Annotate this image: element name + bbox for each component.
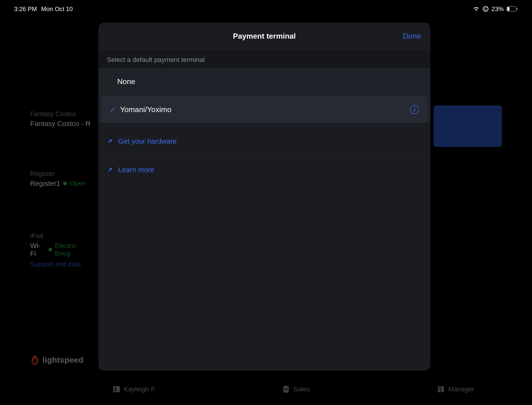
link-label: Get your hardware xyxy=(118,137,177,145)
section-header: Select a default payment terminal xyxy=(98,50,430,68)
terminal-option-yomani[interactable]: ✓ Yomani/Yoximo i xyxy=(101,96,427,123)
rotation-lock-icon xyxy=(483,6,489,12)
status-date: Mon Oct 10 xyxy=(41,5,73,13)
svg-point-0 xyxy=(483,6,488,12)
wifi-icon xyxy=(473,6,480,12)
external-arrow-icon xyxy=(107,167,113,173)
info-icon[interactable]: i xyxy=(410,105,419,114)
svg-rect-3 xyxy=(507,7,509,11)
check-icon: ✓ xyxy=(110,106,120,114)
modal-title: Payment terminal xyxy=(233,32,296,40)
payment-terminal-modal: Payment terminal Done Select a default p… xyxy=(98,23,430,371)
status-time: 3:26 PM xyxy=(14,5,37,13)
get-hardware-link[interactable]: Get your hardware xyxy=(98,127,430,155)
modal-header: Payment terminal Done xyxy=(98,23,430,50)
svg-rect-2 xyxy=(517,8,518,10)
battery-icon xyxy=(506,6,518,12)
battery-percent: 23% xyxy=(492,5,504,13)
status-bar: 3:26 PM Mon Oct 10 23% xyxy=(2,2,530,16)
option-label: Yomani/Yoximo xyxy=(120,105,410,114)
learn-more-link[interactable]: Learn more xyxy=(98,156,430,184)
done-button[interactable]: Done xyxy=(403,23,421,50)
terminal-option-list: None ✓ Yomani/Yoximo i xyxy=(98,68,430,123)
external-arrow-icon xyxy=(107,138,113,144)
terminal-option-none[interactable]: None xyxy=(98,68,430,95)
link-label: Learn more xyxy=(118,166,154,174)
link-section: Get your hardware Learn more xyxy=(98,127,430,184)
option-label: None xyxy=(117,77,422,86)
